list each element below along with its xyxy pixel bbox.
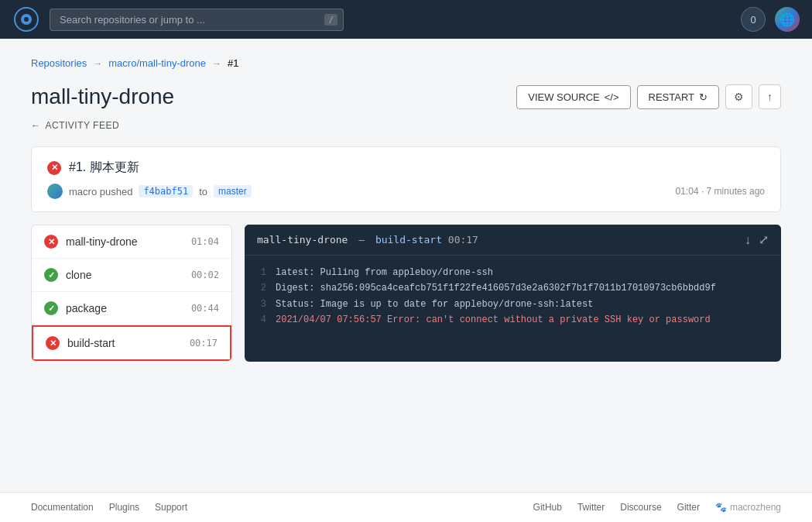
log-line-text: Status: Image is up to date for appleboy… bbox=[276, 297, 593, 312]
footer-gitter-link[interactable]: Gitter bbox=[677, 502, 700, 513]
page-title: mall-tiny-drone bbox=[31, 84, 174, 109]
footer-right: GitHub Twitter Discourse Gitter 🐾 macroz… bbox=[533, 502, 781, 513]
breadcrumb: Repositories → macro/mall-tiny-drone → #… bbox=[31, 57, 781, 69]
log-repo-name: mall-tiny-drone bbox=[257, 234, 348, 246]
commit-hash[interactable]: f4babf51 bbox=[139, 185, 193, 197]
build-header: ✕ #1. 脚本更新 bbox=[47, 160, 765, 176]
step-fail-icon: ✕ bbox=[46, 336, 60, 350]
build-info-card: ✕ #1. 脚本更新 macro pushed f4babf51 to mast… bbox=[31, 146, 781, 212]
step-time: 00:44 bbox=[191, 303, 219, 314]
log-line-num: 2 bbox=[257, 280, 266, 296]
breadcrumb-repo[interactable]: macro/mall-tiny-drone bbox=[108, 57, 206, 69]
search-input[interactable] bbox=[50, 9, 344, 31]
activity-feed-link[interactable]: ← ACTIVITY FEED bbox=[31, 120, 781, 131]
svg-point-2 bbox=[24, 17, 29, 22]
step-name: package bbox=[66, 302, 107, 314]
log-line-2: 2 Digest: sha256:095ca4ceafcb751f1f22fe4… bbox=[257, 280, 769, 296]
notification-badge[interactable]: 0 bbox=[741, 7, 766, 32]
header: / 0 🌐 bbox=[0, 0, 812, 39]
step-success-icon: ✓ bbox=[44, 301, 58, 315]
step-success-icon: ✓ bbox=[44, 268, 58, 282]
log-line-4: 4 2021/04/07 07:56:57 Error: can't conne… bbox=[257, 312, 769, 328]
restart-button[interactable]: RESTART ↻ bbox=[637, 85, 719, 109]
view-source-button[interactable]: VIEW SOURCE </> bbox=[516, 85, 630, 109]
branch-connector: to bbox=[199, 186, 207, 197]
log-duration: 00:17 bbox=[448, 234, 478, 246]
steps-panel: ✕ mall-tiny-drone 01:04 ✓ clone 00:02 ✓ … bbox=[31, 225, 232, 362]
watermark: 🐾 macrozheng bbox=[715, 502, 781, 513]
search-bar: / bbox=[50, 9, 344, 31]
log-download-button[interactable]: ↓ bbox=[745, 232, 751, 247]
log-actions: ↓ ⤢ bbox=[745, 232, 769, 247]
log-line-1: 1 latest: Pulling from appleboy/drone-ss… bbox=[257, 265, 769, 280]
build-status-icon: ✕ bbox=[47, 161, 61, 175]
log-line-3: 3 Status: Image is up to date for appleb… bbox=[257, 297, 769, 312]
step-fail-icon: ✕ bbox=[44, 235, 58, 249]
upload-button[interactable]: ↑ bbox=[759, 84, 781, 109]
log-step-name: build-start bbox=[375, 234, 442, 246]
pusher-avatar bbox=[47, 184, 63, 199]
gear-icon: ⚙ bbox=[734, 91, 744, 103]
breadcrumb-arrow-2: → bbox=[212, 58, 221, 69]
watermark-text: macrozheng bbox=[730, 502, 781, 513]
step-build-start[interactable]: ✕ build-start 00:17 bbox=[32, 325, 231, 361]
upload-icon: ↑ bbox=[767, 91, 773, 103]
step-name: clone bbox=[66, 269, 91, 281]
log-line-text: latest: Pulling from appleboy/drone-ssh bbox=[276, 265, 493, 280]
watermark-icon: 🐾 bbox=[715, 502, 727, 513]
log-line-text-error: 2021/04/07 07:56:57 Error: can't connect… bbox=[276, 312, 711, 328]
footer-support-link[interactable]: Support bbox=[155, 502, 187, 513]
log-header: mall-tiny-drone — build-start 00:17 ↓ ⤢ bbox=[245, 225, 781, 256]
back-arrow-icon: ← bbox=[31, 120, 41, 131]
footer-discourse-link[interactable]: Discourse bbox=[620, 502, 661, 513]
log-line-num: 1 bbox=[257, 265, 266, 280]
step-time: 00:17 bbox=[190, 338, 218, 349]
step-time: 00:02 bbox=[191, 270, 219, 280]
log-dash: — bbox=[358, 234, 365, 246]
log-title: mall-tiny-drone — build-start 00:17 bbox=[257, 234, 478, 246]
log-line-num: 4 bbox=[257, 312, 266, 328]
step-mall-tiny-drone[interactable]: ✕ mall-tiny-drone 01:04 bbox=[32, 225, 231, 259]
breadcrumb-repositories[interactable]: Repositories bbox=[31, 57, 87, 69]
search-slash-icon: / bbox=[324, 14, 337, 26]
title-actions: VIEW SOURCE </> RESTART ↻ ⚙ ↑ bbox=[516, 84, 781, 109]
step-name: build-start bbox=[67, 337, 115, 349]
build-meta: macro pushed f4babf51 to master 01:04 · … bbox=[47, 184, 765, 199]
breadcrumb-build: #1 bbox=[228, 57, 238, 69]
step-package[interactable]: ✓ package 00:44 bbox=[32, 292, 231, 325]
build-detail: ✕ mall-tiny-drone 01:04 ✓ clone 00:02 ✓ … bbox=[31, 225, 781, 362]
user-avatar[interactable]: 🌐 bbox=[775, 7, 800, 32]
restart-icon: ↻ bbox=[699, 91, 708, 103]
footer-documentation-link[interactable]: Documentation bbox=[31, 502, 94, 513]
main-content: Repositories → macro/mall-tiny-drone → #… bbox=[0, 39, 812, 380]
breadcrumb-arrow-1: → bbox=[93, 58, 102, 69]
log-body: 1 latest: Pulling from appleboy/drone-ss… bbox=[245, 256, 781, 362]
step-time: 01:04 bbox=[191, 236, 219, 247]
log-panel: mall-tiny-drone — build-start 00:17 ↓ ⤢ … bbox=[245, 225, 781, 362]
log-line-text: Digest: sha256:095ca4ceafcb751f1f22fe416… bbox=[276, 280, 716, 296]
code-icon: </> bbox=[605, 91, 619, 103]
step-name: mall-tiny-drone bbox=[66, 235, 138, 248]
footer-github-link[interactable]: GitHub bbox=[533, 502, 562, 513]
step-clone[interactable]: ✓ clone 00:02 bbox=[32, 259, 231, 292]
title-row: mall-tiny-drone VIEW SOURCE </> RESTART … bbox=[31, 84, 781, 109]
build-title: #1. 脚本更新 bbox=[69, 160, 139, 176]
branch-tag[interactable]: master bbox=[214, 185, 252, 197]
footer-left: Documentation Plugins Support bbox=[31, 502, 187, 513]
footer: Documentation Plugins Support GitHub Twi… bbox=[0, 492, 812, 522]
settings-button[interactable]: ⚙ bbox=[725, 84, 752, 109]
app-logo[interactable] bbox=[12, 5, 40, 33]
log-line-num: 3 bbox=[257, 297, 266, 312]
footer-plugins-link[interactable]: Plugins bbox=[109, 502, 139, 513]
build-timestamp: 01:04 · 7 minutes ago bbox=[676, 186, 765, 197]
log-expand-button[interactable]: ⤢ bbox=[759, 232, 769, 247]
footer-twitter-link[interactable]: Twitter bbox=[577, 502, 605, 513]
build-meta-text: macro pushed bbox=[69, 186, 132, 197]
